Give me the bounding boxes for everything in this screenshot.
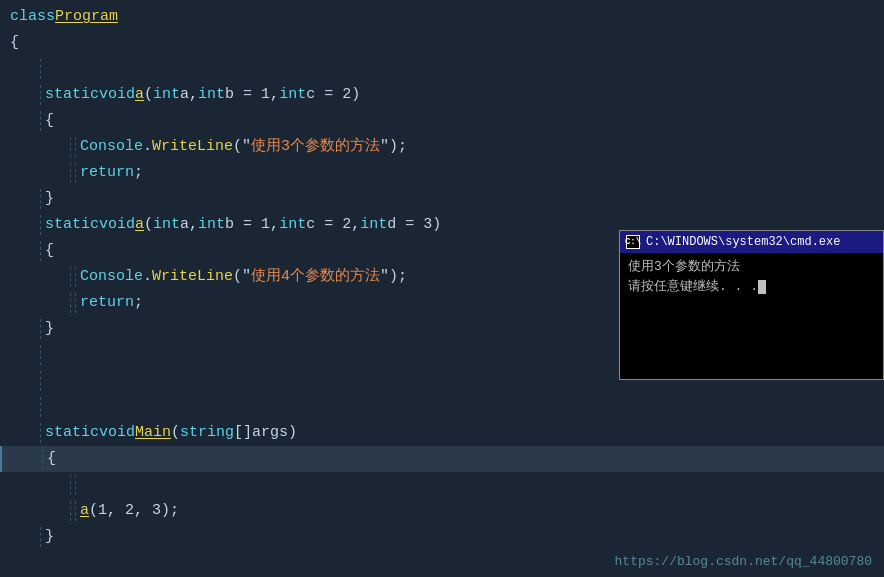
code-token: "); — [380, 264, 407, 290]
code-token: a, — [180, 82, 198, 108]
code-line: a(1, 2, 3); — [0, 498, 884, 524]
indent-guide — [40, 527, 41, 547]
code-token: { — [47, 446, 56, 472]
code-token: "); — [380, 134, 407, 160]
code-token: a — [135, 82, 144, 108]
indent-guide — [40, 85, 41, 105]
code-token: int — [198, 212, 225, 238]
code-token: void — [99, 420, 135, 446]
indent-guide-2 — [75, 163, 76, 183]
code-token: WriteLine — [152, 264, 233, 290]
code-token: ; — [134, 160, 143, 186]
indent-guide — [40, 215, 41, 235]
code-token: class — [10, 4, 55, 30]
code-token: ( — [171, 420, 180, 446]
indent-guide — [70, 137, 71, 157]
code-token: (" — [233, 134, 251, 160]
code-line: static void Main(string[] args) — [0, 420, 884, 446]
cmd-icon: C:\ — [626, 235, 640, 249]
indent-guide — [40, 111, 41, 131]
indent-guide — [70, 501, 71, 521]
code-token: Console — [80, 134, 143, 160]
footer-url: https://blog.csdn.net/qq_44800780 — [615, 554, 872, 569]
code-token: 使用3个参数的方法 — [251, 134, 380, 160]
code-token: b = 1, — [225, 82, 279, 108]
code-token: Main — [135, 420, 171, 446]
code-token: WriteLine — [152, 134, 233, 160]
code-token: ( — [144, 212, 153, 238]
code-token: static — [45, 82, 99, 108]
code-token: Program — [55, 4, 118, 30]
indent-guide — [40, 423, 41, 443]
code-token: return — [80, 160, 134, 186]
code-token: d = 3) — [387, 212, 441, 238]
code-line: } — [0, 186, 884, 212]
code-line — [0, 472, 884, 498]
code-line — [0, 394, 884, 420]
code-token: } — [45, 316, 54, 342]
indent-guide — [40, 345, 41, 365]
code-token: { — [45, 238, 54, 264]
code-token: int — [279, 212, 306, 238]
code-token: int — [153, 82, 180, 108]
code-line: return; — [0, 160, 884, 186]
indent-guide-2 — [75, 475, 76, 495]
indent-guide-2 — [75, 267, 76, 287]
code-token: ( — [144, 82, 153, 108]
cmd-line2: 请按任意键继续. . . — [628, 277, 875, 297]
indent-guide — [40, 371, 41, 391]
code-token: int — [279, 82, 306, 108]
indent-guide — [40, 319, 41, 339]
code-token: static — [45, 420, 99, 446]
code-token: void — [99, 212, 135, 238]
indent-guide — [70, 475, 71, 495]
indent-guide-2 — [75, 137, 76, 157]
code-token: . — [143, 264, 152, 290]
cmd-cursor — [758, 280, 766, 294]
code-line: static void a(int a, int b = 1, int c = … — [0, 82, 884, 108]
code-line: } — [0, 524, 884, 550]
code-token: static — [45, 212, 99, 238]
cmd-titlebar: C:\ C:\WINDOWS\system32\cmd.exe — [620, 231, 883, 253]
code-line: Console.WriteLine("使用3个参数的方法"); — [0, 134, 884, 160]
code-token: { — [10, 30, 19, 56]
code-token: } — [45, 524, 54, 550]
code-token: int — [153, 212, 180, 238]
cmd-window[interactable]: C:\ C:\WINDOWS\system32\cmd.exe 使用3个参数的方… — [619, 230, 884, 380]
code-token: c = 2, — [306, 212, 360, 238]
code-token: (" — [233, 264, 251, 290]
code-line: { — [0, 108, 884, 134]
indent-guide — [40, 397, 41, 417]
code-token: int — [360, 212, 387, 238]
indent-guide — [70, 293, 71, 313]
cmd-body: 使用3个参数的方法 请按任意键继续. . . — [620, 253, 883, 301]
code-token: string — [180, 420, 234, 446]
code-token: } — [45, 186, 54, 212]
code-token: int — [198, 82, 225, 108]
indent-guide — [42, 449, 43, 469]
code-token: args) — [252, 420, 297, 446]
indent-guide — [40, 189, 41, 209]
code-token: c = 2) — [306, 82, 360, 108]
indent-guide-2 — [75, 293, 76, 313]
code-token: Console — [80, 264, 143, 290]
indent-guide-2 — [75, 501, 76, 521]
code-token: a — [135, 212, 144, 238]
indent-guide — [70, 163, 71, 183]
cmd-line1: 使用3个参数的方法 — [628, 257, 875, 277]
code-token: a — [80, 498, 89, 524]
code-line: { — [0, 446, 884, 472]
code-line: { — [0, 30, 884, 56]
code-token: b = 1, — [225, 212, 279, 238]
code-token: (1, 2, 3); — [89, 498, 179, 524]
code-token: [] — [234, 420, 252, 446]
code-token: ; — [134, 290, 143, 316]
code-token: . — [143, 134, 152, 160]
code-token: 使用4个参数的方法 — [251, 264, 380, 290]
code-token: a, — [180, 212, 198, 238]
code-line — [0, 56, 884, 82]
code-editor: class Program{static void a(int a, int b… — [0, 0, 884, 577]
indent-guide — [40, 241, 41, 261]
indent-guide — [40, 59, 41, 79]
code-line: class Program — [0, 4, 884, 30]
